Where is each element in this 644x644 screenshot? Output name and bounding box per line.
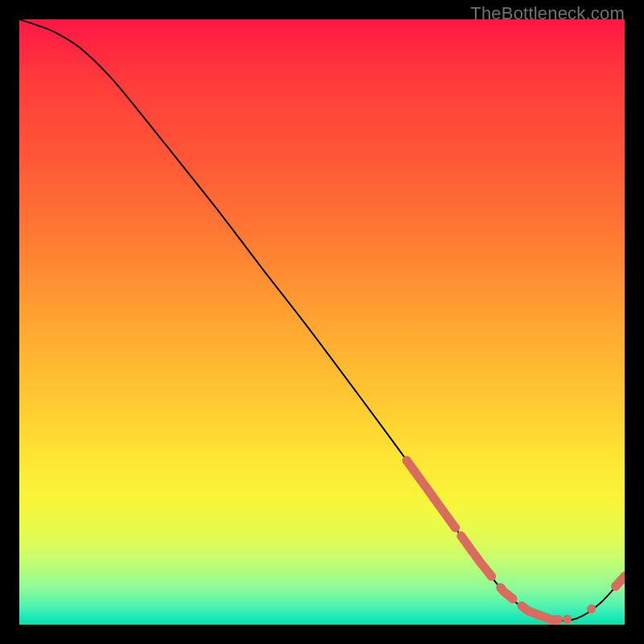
svg-point-2 <box>451 523 460 532</box>
svg-point-9 <box>563 615 572 624</box>
chart-curve-layer <box>19 19 625 625</box>
svg-point-10 <box>587 605 596 613</box>
svg-point-7 <box>518 601 526 610</box>
watermark-text: TheBottleneck.com <box>470 3 625 24</box>
svg-point-5 <box>496 583 505 592</box>
svg-point-6 <box>508 594 517 603</box>
svg-point-4 <box>487 572 496 580</box>
chart-curve <box>19 19 625 621</box>
svg-point-1 <box>402 456 411 465</box>
svg-point-3 <box>456 531 465 540</box>
svg-point-11 <box>611 582 620 591</box>
chart-markers <box>402 456 625 625</box>
chart-plot-area <box>19 19 625 625</box>
svg-point-8 <box>554 615 563 624</box>
